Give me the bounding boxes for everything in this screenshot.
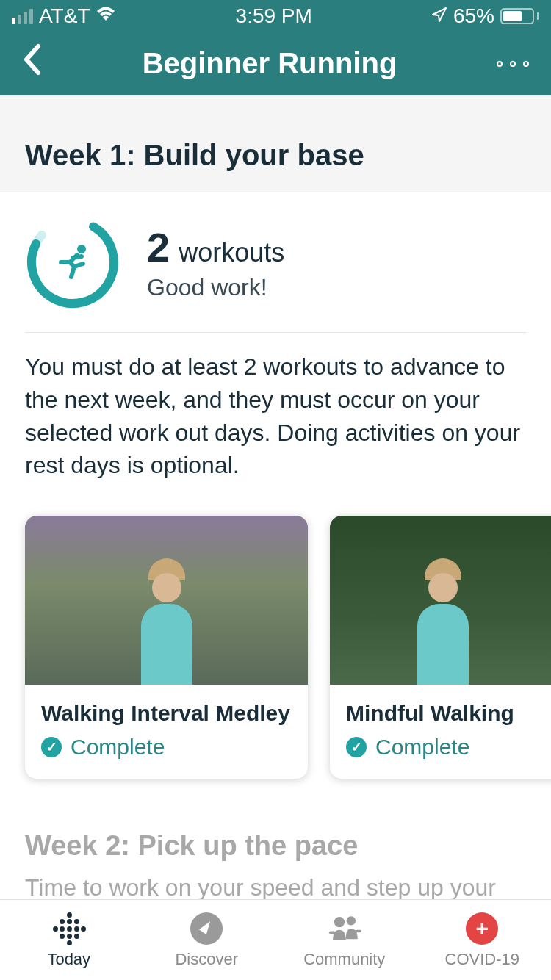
future-week-title: Week 2: Pick up the pace [25, 830, 526, 862]
page-title: Beginner Running [143, 47, 397, 80]
carrier-label: AT&T [39, 4, 90, 28]
tab-discover[interactable]: Discover [138, 900, 276, 980]
workout-status: Complete [71, 735, 165, 760]
svg-rect-5 [329, 931, 336, 934]
tab-label: COVID-19 [445, 950, 519, 969]
check-icon: ✓ [41, 737, 62, 757]
battery-percent: 65% [453, 4, 494, 28]
workout-cards[interactable]: Walking Interval Medley ✓ Complete Mindf… [0, 504, 551, 808]
tab-bar: Today Discover Community + COVID-19 [0, 899, 551, 980]
more-button[interactable] [497, 61, 529, 67]
community-icon [328, 912, 361, 945]
wifi-icon [96, 6, 116, 26]
svg-point-3 [334, 917, 345, 927]
nav-header: Beginner Running [0, 32, 551, 95]
medical-icon: + [465, 912, 499, 945]
today-icon [52, 912, 86, 945]
tab-label: Today [47, 950, 90, 969]
location-icon [431, 4, 447, 28]
week-description: You must do at least 2 workouts to advan… [25, 350, 526, 482]
svg-point-4 [346, 916, 355, 925]
check-icon: ✓ [346, 737, 367, 757]
summary-card: 2 workouts Good work! You must do at lea… [0, 192, 551, 504]
back-button[interactable] [22, 43, 43, 84]
tab-covid[interactable]: + COVID-19 [414, 900, 552, 980]
tab-label: Discover [175, 950, 238, 969]
summary-subtitle: Good work! [147, 274, 284, 301]
workout-status: Complete [375, 735, 469, 760]
workout-card[interactable]: Mindful Walking ✓ Complete [330, 516, 551, 779]
battery-icon [500, 8, 539, 24]
time-label: 3:59 PM [236, 4, 312, 28]
status-bar: AT&T 3:59 PM 65% [0, 0, 551, 32]
tab-label: Community [303, 950, 385, 969]
svg-rect-6 [355, 929, 361, 932]
workout-count-label: workouts [179, 237, 284, 268]
workout-title: Walking Interval Medley [41, 701, 292, 726]
svg-point-2 [77, 245, 86, 253]
runner-icon [25, 215, 120, 310]
workout-card[interactable]: Walking Interval Medley ✓ Complete [25, 516, 308, 779]
week-title: Week 1: Build your base [0, 95, 551, 192]
workout-image [330, 516, 551, 685]
tab-community[interactable]: Community [276, 900, 414, 980]
workout-title: Mindful Walking [346, 701, 551, 726]
progress-ring [25, 215, 120, 310]
compass-icon [190, 912, 223, 945]
tab-today[interactable]: Today [0, 900, 138, 980]
workout-count: 2 [147, 223, 170, 271]
signal-icon [12, 9, 33, 24]
workout-image [25, 516, 308, 685]
